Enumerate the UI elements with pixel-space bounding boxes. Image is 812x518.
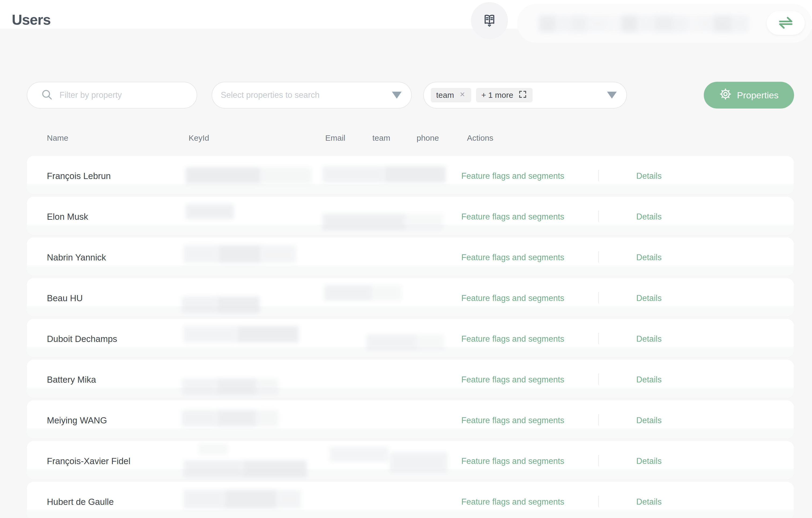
redacted-block [539,16,556,32]
details-link[interactable]: Details [636,368,662,392]
search-properties-multiselect[interactable]: team + 1 more [423,82,627,109]
feature-flags-link[interactable]: Feature flags and segments [461,286,564,310]
column-header-email: Email [325,134,345,143]
chip-more[interactable]: + 1 more [476,88,532,103]
chevron-down-icon [607,92,617,98]
environment-switcher-pill[interactable] [517,4,812,43]
redacted-block [183,460,242,478]
details-link[interactable]: Details [636,490,662,514]
details-link[interactable]: Details [636,449,662,473]
column-header-phone: phone [416,134,439,143]
properties-button-label: Properties [737,90,779,100]
redacted-block [556,16,570,32]
feature-flags-link[interactable]: Feature flags and segments [461,246,564,269]
redacted-block [587,16,608,32]
actions-divider [598,170,599,181]
filter-input[interactable] [59,90,197,100]
redacted-block [654,16,674,32]
table-row: Elon Musk Feature flags and segments Det… [27,197,794,235]
redacted-block [323,166,384,183]
remove-x-icon[interactable] [459,91,466,100]
column-header-team: team [372,134,390,143]
redacted-block [608,16,621,32]
redacted-block [182,410,217,427]
properties-to-search-select[interactable]: Select properties to search [212,82,412,109]
redacted-block [390,452,447,472]
redacted-block [257,378,278,395]
chip-team-label: team [436,91,454,100]
user-name: Elon Musk [47,205,88,229]
user-name: Duboit Dechamps [47,327,117,351]
feature-flags-link[interactable]: Feature flags and segments [461,327,564,351]
redacted-block [182,378,217,395]
docs-button[interactable] [471,2,508,39]
expand-icon[interactable] [518,90,527,101]
redacted-block [217,410,257,427]
table-row: François-Xavier Fidel Feature flags and … [27,441,794,480]
details-link[interactable]: Details [636,408,662,433]
feature-flags-link[interactable]: Feature flags and segments [461,205,564,229]
user-name: François-Xavier Fidel [47,449,130,473]
redacted-block [224,490,277,509]
switch-environment-button[interactable] [767,11,805,35]
details-link[interactable]: Details [636,286,662,310]
table-row: Meiying WANG Feature flags and segments … [27,400,794,439]
feature-flags-link[interactable]: Feature flags and segments [461,408,564,433]
feature-flags-link[interactable]: Feature flags and segments [461,164,564,188]
book-open-icon [483,13,496,28]
redacted-block [713,16,732,32]
properties-button[interactable]: Properties [704,82,794,109]
page-title: Users [12,12,51,27]
redacted-block [637,16,654,32]
redacted-block [186,204,234,219]
redacted-block [570,16,587,32]
redacted-block [217,378,257,395]
actions-divider [598,455,599,466]
redacted-block [329,447,388,462]
search-icon [41,88,53,102]
details-link[interactable]: Details [636,327,662,351]
redacted-block [367,335,417,350]
redacted-block [277,490,301,509]
actions-divider [598,333,599,344]
user-name: François Lebrun [47,164,111,188]
redacted-block [257,410,278,427]
users-page: Users [0,0,812,518]
redacted-block [674,16,687,32]
feature-flags-link[interactable]: Feature flags and segments [461,368,564,392]
feature-flags-link[interactable]: Feature flags and segments [461,490,564,514]
chevron-down-icon [392,92,402,98]
column-header-name: Name [47,134,68,143]
redacted-block [261,167,312,184]
user-name: Hubert de Gaulle [47,490,114,514]
actions-divider [598,414,599,426]
redacted-block [237,326,299,343]
table-row: Beau HU Feature flags and segments Detai… [27,278,794,316]
property-filter-field[interactable] [27,82,197,109]
redacted-block [417,335,444,350]
gear-icon [719,88,732,103]
feature-flags-link[interactable]: Feature flags and segments [461,449,564,473]
redacted-block [384,166,446,183]
redacted-block [372,285,402,301]
user-name: Nabrin Yannick [47,246,106,269]
column-header-keyid: KeyId [188,134,209,143]
details-link[interactable]: Details [636,246,662,269]
user-name: Beau HU [47,286,83,310]
table-row: Nabrin Yannick Feature flags and segment… [27,237,794,276]
redacted-block [323,213,406,230]
redacted-block [183,245,218,263]
chip-team[interactable]: team [431,88,471,103]
redacted-block [183,326,237,343]
swap-arrows-icon [777,15,794,31]
table-row: François Lebrun Feature flags and segmen… [27,156,794,194]
details-link[interactable]: Details [636,164,662,188]
redacted-environment-text [539,16,749,32]
details-link[interactable]: Details [636,205,662,229]
actions-divider [598,211,599,222]
redacted-block [183,490,224,509]
header-bar: Users [0,0,812,29]
redacted-block [687,16,698,32]
redacted-block [698,16,713,32]
actions-divider [598,251,599,263]
